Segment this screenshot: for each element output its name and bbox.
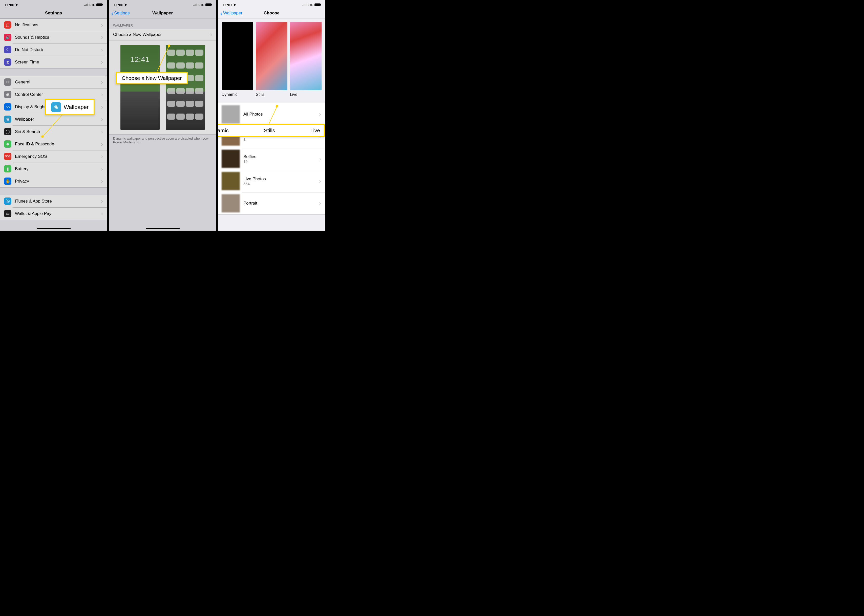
row-battery[interactable]: ▮Battery› — [0, 163, 107, 175]
back-button[interactable]: Settings — [111, 11, 129, 16]
album-all-photos[interactable]: All Photos› — [218, 103, 325, 126]
battery-row-icon: ▮ — [4, 165, 11, 173]
category-stills[interactable]: Stills — [256, 22, 287, 97]
chevron-icon: › — [101, 178, 103, 184]
footer-note: Dynamic wallpaper and perspective zoom a… — [109, 135, 216, 146]
chevron-icon: › — [101, 79, 103, 85]
signal-icon — [85, 3, 88, 6]
hourglass-icon: ⧗ — [4, 58, 11, 66]
row-control-center[interactable]: ◉Control Center› — [0, 88, 107, 101]
row-choose-new[interactable]: Choose a New Wallpaper › — [109, 29, 216, 40]
album-live-photos[interactable]: Live Photos564› — [218, 170, 325, 192]
page-title: Wallpaper — [152, 11, 173, 16]
callout-wallpaper: ❀ Wallpaper — [45, 99, 94, 115]
chevron-icon: › — [101, 211, 103, 217]
chevron-icon: › — [319, 200, 321, 206]
section-header: WALLPAPER — [109, 19, 216, 29]
home-indicator[interactable] — [37, 228, 71, 229]
chevron-icon: › — [101, 154, 103, 160]
signal-icon — [302, 3, 306, 6]
status-time: 11:07 — [223, 3, 232, 7]
lockscreen-preview[interactable] — [120, 45, 160, 130]
album-thumb — [222, 150, 240, 168]
chevron-icon: › — [101, 91, 103, 97]
home-indicator[interactable] — [146, 228, 179, 229]
row-itunes[interactable]: ⒶiTunes & App Store› — [0, 195, 107, 207]
status-time: 11:06 — [5, 3, 14, 7]
gear-icon: ⚙ — [4, 79, 11, 86]
row-privacy[interactable]: ✋Privacy› — [0, 175, 107, 187]
chevron-icon: › — [101, 59, 103, 65]
screen-wallpaper: 11:06 ➤ LTE Settings Wallpaper WALLPAPER… — [109, 0, 216, 231]
chevron-icon: › — [210, 31, 212, 38]
status-bar: 11:07 ➤ LTE — [218, 0, 325, 7]
settings-group-3: ⒶiTunes & App Store› ▭Wallet & Apple Pay… — [0, 195, 107, 220]
chevron-icon: › — [101, 129, 103, 135]
nav-header: Settings — [0, 7, 107, 19]
nav-header: Settings Wallpaper — [109, 7, 216, 19]
live-thumb — [290, 22, 321, 90]
page-title: Choose — [264, 11, 279, 16]
wallpaper-previews — [109, 41, 216, 135]
settings-group-1: ▢Notifications› 🔊Sounds & Haptics› ☾Do N… — [0, 19, 107, 69]
wallet-icon: ▭ — [4, 210, 11, 217]
chevron-icon: › — [101, 35, 103, 41]
settings-group-2: ⚙General› ◉Control Center› AADisplay & B… — [0, 75, 107, 188]
row-general[interactable]: ⚙General› — [0, 76, 107, 88]
chevron-icon: › — [319, 156, 321, 162]
row-sos[interactable]: SOSEmergency SOS› — [0, 150, 107, 163]
switch-icon: ◉ — [4, 91, 11, 98]
row-siri[interactable]: ◯Siri & Search› — [0, 126, 107, 138]
choose-list: Choose a New Wallpaper › — [109, 29, 216, 41]
page-title: Settings — [45, 11, 62, 16]
callout-choose: Choose a New Wallpaper — [116, 72, 188, 84]
moon-icon: ☾ — [4, 46, 11, 53]
back-button[interactable]: Wallpaper — [220, 11, 242, 16]
dynamic-thumb — [222, 22, 253, 90]
album-list: All Photos› Favorites1› Selfies19› Live … — [218, 103, 325, 215]
callout-categories: Dynamic Stills Live — [218, 124, 324, 137]
battery-icon — [96, 3, 102, 6]
album-portrait[interactable]: Portrait› — [218, 192, 325, 214]
location-icon: ➤ — [233, 3, 236, 7]
wallpaper-categories: Dynamic Stills Live — [218, 19, 325, 98]
category-dynamic[interactable]: Dynamic — [222, 22, 253, 97]
chevron-icon: › — [101, 116, 103, 123]
chevron-icon: › — [101, 47, 103, 53]
chevron-icon: › — [101, 166, 103, 172]
row-faceid[interactable]: ☻Face ID & Passcode› — [0, 138, 107, 150]
chevron-icon: › — [101, 104, 103, 110]
network-label: LTE — [307, 3, 313, 7]
status-time: 11:06 — [113, 3, 123, 7]
screen-choose: 11:07 ➤ LTE Wallpaper Choose Dynamic Sti… — [218, 0, 325, 231]
homescreen-preview[interactable] — [166, 45, 205, 130]
album-thumb — [222, 172, 240, 190]
row-screentime[interactable]: ⧗Screen Time› — [0, 56, 107, 68]
row-sounds[interactable]: 🔊Sounds & Haptics› — [0, 31, 107, 44]
siri-icon: ◯ — [4, 128, 11, 135]
signal-icon — [194, 3, 197, 6]
album-selfies[interactable]: Selfies19› — [218, 148, 325, 170]
nav-header: Wallpaper Choose — [218, 7, 325, 19]
status-bar: 11:06 ➤ LTE — [0, 0, 107, 7]
notifications-icon: ▢ — [4, 21, 11, 28]
album-thumb — [222, 194, 240, 212]
row-dnd[interactable]: ☾Do Not Disturb› — [0, 44, 107, 56]
album-thumb — [222, 105, 240, 123]
flower-icon: ❀ — [4, 116, 11, 123]
flower-icon: ❀ — [51, 102, 61, 112]
network-label: LTE — [198, 3, 205, 7]
location-icon: ➤ — [124, 3, 127, 7]
row-wallet[interactable]: ▭Wallet & Apple Pay› — [0, 207, 107, 220]
sounds-icon: 🔊 — [4, 34, 11, 41]
location-icon: ➤ — [15, 3, 19, 7]
row-notifications[interactable]: ▢Notifications› — [0, 19, 107, 31]
chevron-icon: › — [319, 111, 321, 117]
chevron-icon: › — [101, 22, 103, 28]
chevron-icon: › — [101, 198, 103, 204]
category-live[interactable]: Live — [290, 22, 321, 97]
battery-icon — [205, 3, 211, 6]
chevron-icon: › — [319, 178, 321, 184]
face-icon: ☻ — [4, 140, 11, 148]
text-size-icon: AA — [4, 103, 11, 110]
